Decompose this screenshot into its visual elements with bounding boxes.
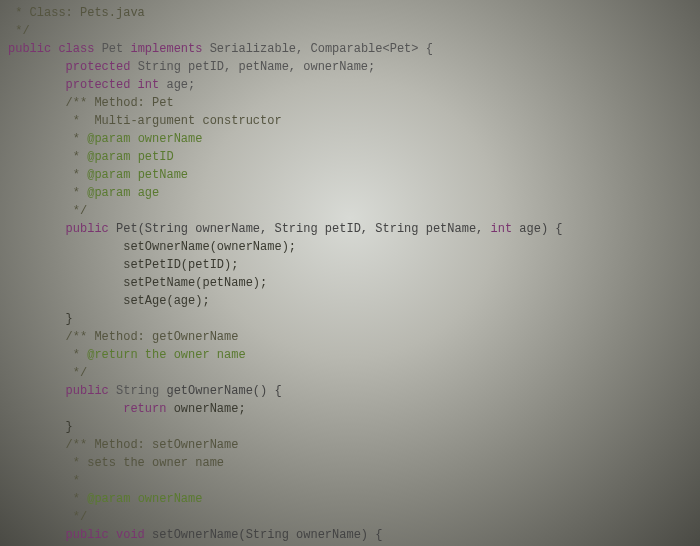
code-block: * Class: Pets.java */public class Pet im… (0, 4, 700, 546)
code-line: * Multi-argument constructor (0, 112, 700, 130)
code-line: setOwnerName(ownerName); (0, 238, 700, 256)
code-token: String petID, petName, ownerName; (138, 60, 376, 74)
code-token: age; (166, 78, 195, 92)
code-token: */ (66, 510, 88, 524)
code-line: * @param age (0, 184, 700, 202)
code-line: * (0, 472, 700, 490)
code-token: setAge(age); (123, 294, 209, 308)
code-token: @param ownerName (87, 132, 202, 146)
code-line: * Class: Pets.java (0, 4, 700, 22)
code-token: @param petName (87, 168, 188, 182)
code-token: * (66, 474, 80, 488)
code-token: setPetName(petName); (123, 276, 267, 290)
code-token: return (123, 402, 173, 416)
code-line: setPetID(petID); (0, 256, 700, 274)
code-token: public (66, 384, 116, 398)
code-line: protected int age; (0, 76, 700, 94)
code-token: * sets the owner name (66, 456, 224, 470)
code-token: int (491, 222, 513, 236)
code-token: * (66, 186, 88, 200)
code-token: * (66, 492, 88, 506)
code-token: Pet (102, 42, 131, 56)
code-line: public class Pet implements Serializable… (0, 40, 700, 58)
code-line: /** Method: setOwnerName (0, 436, 700, 454)
code-token: * Class: Pets.java (8, 6, 145, 20)
code-token: setOwnerName(String ownerName) { (152, 528, 382, 542)
code-token: } (66, 312, 73, 326)
code-token: */ (8, 24, 30, 38)
code-line: */ (0, 364, 700, 382)
code-line: * @return the owner name (0, 346, 700, 364)
code-token: */ (66, 366, 88, 380)
code-token: public (66, 222, 116, 236)
code-token: public class (8, 42, 102, 56)
code-line: public void setOwnerName(String ownerNam… (0, 526, 700, 544)
code-token: Serializable, Comparable<Pet> { (210, 42, 433, 56)
code-token: Pet(String ownerName, String petID, Stri… (116, 222, 490, 236)
code-token: @return the owner name (87, 348, 245, 362)
code-token: * (66, 348, 88, 362)
code-token: implements (130, 42, 209, 56)
code-line: */ (0, 22, 700, 40)
code-token: * (66, 168, 88, 182)
code-line: * @param ownerName (0, 130, 700, 148)
code-token: * (66, 132, 88, 146)
code-token: /** Method: getOwnerName (66, 330, 239, 344)
code-token: getOwnerName() { (166, 384, 281, 398)
code-line: */ (0, 508, 700, 526)
code-token: age) { (512, 222, 562, 236)
code-line: setAge(age); (0, 292, 700, 310)
code-line: * @param petName (0, 166, 700, 184)
code-token: protected (66, 60, 138, 74)
code-token: * Multi-argument constructor (66, 114, 282, 128)
code-line: public String getOwnerName() { (0, 382, 700, 400)
code-line: } (0, 418, 700, 436)
code-line: /** Method: getOwnerName (0, 328, 700, 346)
code-line: * @param ownerName (0, 490, 700, 508)
code-line: return ownerName; (0, 400, 700, 418)
code-line: /** Method: Pet (0, 94, 700, 112)
code-line: protected String petID, petName, ownerNa… (0, 58, 700, 76)
code-token: public void (66, 528, 152, 542)
code-token: /** Method: Pet (66, 96, 174, 110)
code-token: @param age (87, 186, 159, 200)
code-token: */ (66, 204, 88, 218)
code-token: setOwnerName(ownerName); (123, 240, 296, 254)
code-token: /** Method: setOwnerName (66, 438, 239, 452)
code-token: * (66, 150, 88, 164)
code-token: setPetID(petID); (123, 258, 238, 272)
code-line: public Pet(String ownerName, String petI… (0, 220, 700, 238)
code-token: @param petID (87, 150, 173, 164)
code-line: * sets the owner name (0, 454, 700, 472)
code-token: protected int (66, 78, 167, 92)
code-token: @param ownerName (87, 492, 202, 506)
code-line: * @param petID (0, 148, 700, 166)
code-token: ownerName; (174, 402, 246, 416)
code-line: setPetName(petName); (0, 274, 700, 292)
code-line: } (0, 310, 700, 328)
code-token: } (66, 420, 73, 434)
code-line: */ (0, 202, 700, 220)
code-token: String (116, 384, 166, 398)
